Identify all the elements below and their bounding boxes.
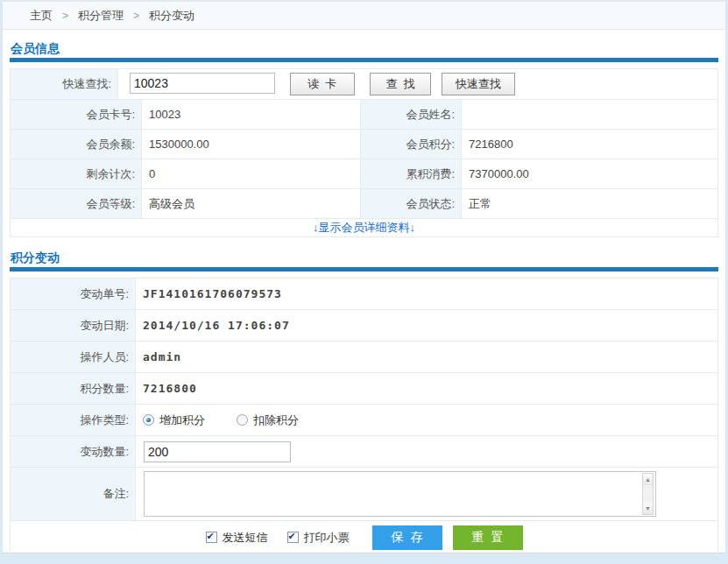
total-spend-value: 7370000.00 bbox=[462, 159, 718, 189]
remark-scrollbar[interactable]: ▲ ▼ bbox=[642, 473, 654, 515]
member-name-value bbox=[462, 100, 718, 130]
card-no-value: 10023 bbox=[142, 100, 361, 130]
scroll-down-icon[interactable]: ▼ bbox=[643, 503, 653, 514]
member-search-table: 快速查找: 读 卡 查 找 快速查找 bbox=[10, 68, 718, 100]
change-amount-label: 变动数量: bbox=[11, 436, 136, 468]
change-date-label: 变动日期: bbox=[11, 310, 136, 342]
table-row: 变动单号: JF1410161706079573 bbox=[11, 278, 718, 310]
card-no-label: 会员卡号: bbox=[11, 100, 142, 130]
operation-type-row: 操作类型: 增加积分 扣除积分 bbox=[11, 405, 718, 436]
send-sms-label: 发送短信 bbox=[223, 530, 268, 546]
table-row: 剩余计次: 0 累积消费: 7370000.00 bbox=[11, 159, 718, 189]
table-row: 会员余额: 1530000.00 会员积分: 7216800 bbox=[11, 130, 718, 159]
quick-search-label: 快速查找: bbox=[11, 69, 118, 100]
operator-value: admin bbox=[136, 342, 718, 373]
points-qty-label: 积分数量: bbox=[11, 373, 136, 405]
change-date-value: 2014/10/16 17:06:07 bbox=[136, 310, 718, 342]
radio-selected-icon bbox=[143, 414, 154, 426]
member-points-label: 会员积分: bbox=[361, 130, 462, 159]
member-section-title: 会员信息 bbox=[10, 40, 718, 56]
member-points-value: 7216800 bbox=[462, 130, 718, 159]
order-no-label: 变动单号: bbox=[11, 278, 136, 310]
table-row: 会员等级: 高级会员 会员状态: 正常 bbox=[11, 189, 718, 219]
radio-unselected-icon bbox=[237, 414, 248, 426]
member-level-label: 会员等级: bbox=[11, 189, 142, 219]
remark-row: 备注: ▲ ▼ bbox=[11, 468, 718, 521]
find-button[interactable]: 查 找 bbox=[370, 73, 431, 95]
deduct-points-radio[interactable]: 扣除积分 bbox=[237, 412, 299, 428]
balance-value: 1530000.00 bbox=[142, 130, 361, 159]
table-row: 操作人员: admin bbox=[11, 342, 718, 373]
send-sms-checkbox[interactable]: 发送短信 bbox=[206, 530, 268, 546]
breadcrumb-item-home[interactable]: 主页 bbox=[30, 8, 53, 24]
remaining-times-label: 剩余计次: bbox=[11, 159, 142, 189]
points-change-form: 变动单号: JF1410161706079573 变动日期: 2014/10/1… bbox=[10, 278, 718, 554]
total-spend-label: 累积消费: bbox=[361, 159, 462, 189]
breadcrumb: 主页 > 积分管理 > 积分变动 bbox=[3, 2, 725, 30]
checkbox-checked-icon bbox=[206, 532, 217, 543]
change-amount-input[interactable] bbox=[144, 441, 291, 462]
member-level-value: 高级会员 bbox=[142, 189, 361, 219]
detail-link-row: ↓显示会员详细资料↓ bbox=[11, 219, 718, 237]
show-member-detail-link[interactable]: ↓显示会员详细资料↓ bbox=[313, 221, 415, 234]
operator-label: 操作人员: bbox=[11, 342, 136, 373]
breadcrumb-item-points-mgmt[interactable]: 积分管理 bbox=[78, 8, 124, 24]
remaining-times-value: 0 bbox=[142, 159, 361, 189]
print-ticket-checkbox[interactable]: 打印小票 bbox=[287, 530, 350, 546]
balance-label: 会员余额: bbox=[11, 130, 142, 159]
save-button[interactable]: 保 存 bbox=[372, 525, 442, 550]
member-name-label: 会员姓名: bbox=[361, 100, 462, 130]
table-row: 会员卡号: 10023 会员姓名: bbox=[11, 100, 718, 130]
reset-button[interactable]: 重 置 bbox=[453, 525, 523, 550]
remark-textarea[interactable] bbox=[145, 473, 641, 515]
quick-search-input[interactable] bbox=[130, 73, 275, 94]
points-qty-value: 7216800 bbox=[136, 373, 718, 405]
main-panel: 主页 > 积分管理 > 积分变动 会员信息 快速查找: 读 卡 查 找 快速查找 bbox=[2, 1, 726, 553]
chevron-right-icon: > bbox=[62, 10, 68, 22]
member-status-label: 会员状态: bbox=[361, 189, 462, 219]
order-no-value: JF1410161706079573 bbox=[136, 278, 718, 310]
add-points-radio[interactable]: 增加积分 bbox=[143, 412, 205, 428]
chevron-right-icon: > bbox=[133, 10, 139, 22]
remark-label: 备注: bbox=[11, 468, 136, 521]
member-section-bar bbox=[10, 58, 718, 62]
points-section-bar bbox=[10, 267, 718, 271]
read-card-button[interactable]: 读 卡 bbox=[290, 73, 355, 95]
checkbox-checked-icon bbox=[287, 532, 299, 543]
points-section-title: 积分变动 bbox=[10, 250, 718, 265]
table-row: 变动日期: 2014/10/16 17:06:07 bbox=[11, 310, 718, 342]
content-area: 会员信息 快速查找: 读 卡 查 找 快速查找 会员卡号: 10023 会员姓名… bbox=[3, 40, 725, 554]
quick-search-row: 快速查找: 读 卡 查 找 快速查找 bbox=[11, 69, 718, 100]
form-footer-row: 发送短信 打印小票 保 存 重 置 bbox=[11, 521, 718, 554]
add-points-radio-label: 增加积分 bbox=[159, 412, 205, 428]
member-info-table: 会员卡号: 10023 会员姓名: 会员余额: 1530000.00 会员积分:… bbox=[10, 99, 718, 237]
table-row: 积分数量: 7216800 bbox=[11, 373, 718, 405]
remark-box: ▲ ▼ bbox=[144, 471, 656, 517]
scroll-up-icon[interactable]: ▲ bbox=[643, 474, 653, 485]
change-amount-row: 变动数量: bbox=[11, 436, 718, 468]
deduct-points-radio-label: 扣除积分 bbox=[253, 412, 299, 428]
operation-type-label: 操作类型: bbox=[11, 405, 136, 436]
breadcrumb-item-points-change: 积分变动 bbox=[149, 8, 194, 24]
member-status-value: 正常 bbox=[462, 189, 718, 219]
print-ticket-label: 打印小票 bbox=[304, 530, 350, 546]
quick-find-button[interactable]: 快速查找 bbox=[442, 73, 515, 95]
